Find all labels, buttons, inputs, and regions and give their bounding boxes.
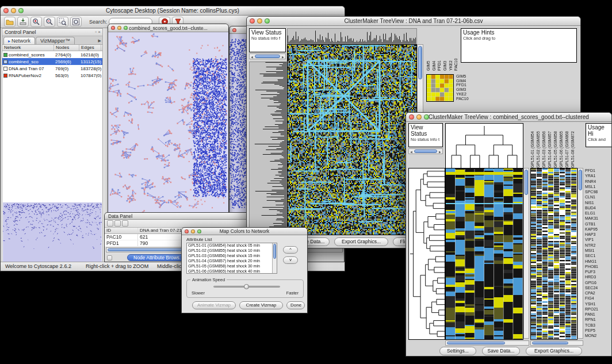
scrollbar-thumb[interactable]	[273, 244, 276, 259]
col-edges[interactable]: Edges	[79, 45, 101, 51]
gene-label[interactable]: GTB1	[585, 221, 610, 227]
export-graphics-button[interactable]: Export Graphics...	[526, 347, 582, 355]
zoom-out-button[interactable]	[44, 17, 55, 27]
attribute-select-icon[interactable]	[107, 220, 113, 227]
scroll-left-icon[interactable]: ◀	[409, 150, 414, 154]
col-id[interactable]: ID	[105, 228, 138, 233]
selection-hscrollbar[interactable]	[530, 340, 583, 346]
gene-label[interactable]: RPN1	[585, 317, 610, 322]
column-dendrogram-canvas[interactable]	[445, 123, 523, 169]
list-vscrollbar[interactable]	[272, 243, 277, 273]
heatmap-canvas[interactable]	[287, 44, 417, 235]
attribute-item[interactable]: GPL51-06 (GSM865) heat shock 40 min	[187, 269, 277, 274]
panel-float-icon[interactable]: ▫ ×	[95, 29, 101, 35]
minimize-icon[interactable]	[257, 18, 262, 24]
minimize-icon[interactable]	[117, 26, 121, 30]
col-network[interactable]: Network	[2, 45, 54, 51]
treeview-dna-titlebar[interactable]: ClusterMaker TreeView : DNA and Tran 07-…	[247, 17, 580, 26]
zoom-fit-button[interactable]	[70, 17, 82, 27]
save-data-button[interactable]: Save Data...	[482, 347, 520, 355]
scrollbar-thumb[interactable]	[447, 342, 505, 344]
scrollbar-thumb[interactable]	[418, 46, 422, 79]
col-nodes[interactable]: Nodes	[54, 45, 79, 51]
gene-label[interactable]: VIP1	[585, 237, 610, 242]
gene-label[interactable]: PHO81	[585, 264, 610, 269]
scrollbar-thumb[interactable]	[579, 170, 582, 190]
delete-attribute-icon[interactable]	[122, 220, 128, 227]
row-dendrogram-canvas[interactable]	[249, 62, 287, 235]
gene-label[interactable]: RNR4	[585, 179, 610, 184]
minimize-icon[interactable]	[416, 114, 422, 120]
gene-label[interactable]: SEC24	[585, 285, 610, 290]
heatmap-hscrollbar[interactable]	[445, 340, 529, 346]
zoom-in-button[interactable]	[30, 17, 42, 27]
speed-slider-thumb[interactable]	[244, 284, 249, 289]
close-icon[interactable]	[111, 26, 115, 30]
gene-label[interactable]: HAP3	[585, 232, 610, 237]
close-icon[interactable]	[409, 114, 414, 120]
attribute-item[interactable]: GPL51-01 (GSM854) heat shock 05 min	[187, 243, 277, 248]
gene-label[interactable]: GPI16	[585, 280, 610, 285]
gene-label[interactable]: YSH1	[585, 301, 610, 306]
scrollbar-thumb[interactable]	[532, 342, 568, 344]
gene-label[interactable]: HMG1	[585, 259, 610, 264]
create-vizmap-button[interactable]: Create Vizmap	[239, 301, 283, 309]
scrollbar-thumb[interactable]	[255, 55, 280, 58]
gene-label[interactable]: FIG4	[585, 296, 610, 301]
treeview-combined-titlebar[interactable]: ClusterMaker TreeView : combined_scores_…	[406, 113, 611, 122]
close-icon[interactable]	[3, 8, 9, 13]
tab-overflow-icon[interactable]: ▶	[98, 39, 101, 44]
scrollbar-thumb[interactable]	[414, 150, 437, 153]
tab-vizmapper[interactable]: VizMapper™	[36, 37, 75, 44]
node-attribute-browser-tab[interactable]: Node Attribute Brows...	[127, 254, 190, 261]
correlation-matrix-canvas[interactable]	[426, 74, 454, 102]
gene-label[interactable]: HRD3	[585, 274, 610, 279]
minimize-icon[interactable]	[191, 229, 195, 233]
network-row[interactable]: combined_scores 2764(0) 16218(0)	[2, 51, 102, 58]
gene-label[interactable]: RPO21	[585, 306, 610, 312]
gene-label[interactable]: KAP95	[585, 227, 610, 232]
heatmap-canvas[interactable]	[445, 168, 523, 340]
attribute-item[interactable]: GPL51-03 (GSM856) heat shock 15 min	[187, 254, 277, 259]
gene-label[interactable]: ELG1	[585, 210, 610, 216]
heatmap-vscrollbar[interactable]	[523, 168, 529, 339]
zoom-selected-button[interactable]	[57, 17, 68, 27]
gene-label[interactable]: CLN1	[585, 194, 610, 200]
dendro-hscrollbar[interactable]: ◀ ▶	[249, 53, 286, 59]
import-button[interactable]	[17, 17, 29, 27]
gene-label[interactable]: YRA1	[585, 173, 610, 178]
close-icon[interactable]	[250, 18, 255, 24]
network-view-titlebar[interactable]: combined_scores_good.txt--cluste...	[108, 24, 228, 32]
attribute-item[interactable]: GPL51-04 (GSM857) heat shock 20 min	[187, 259, 277, 264]
network-view-canvas[interactable]	[108, 32, 228, 217]
close-icon[interactable]	[185, 229, 189, 233]
gene-label[interactable]: PEP5	[585, 328, 610, 333]
attribute-item[interactable]: GPL51-05 (GSM858) heat shock 30 min	[187, 264, 277, 269]
network-row[interactable]: DNA and Tran 07 769(0) 183728(0)	[2, 65, 102, 72]
gene-label[interactable]: BUD4	[585, 205, 610, 210]
gene-label[interactable]: NIS1	[585, 200, 610, 205]
dendro-hscrollbar[interactable]: ◀ ▶	[408, 148, 443, 154]
gene-label[interactable]: MSI1	[585, 248, 610, 253]
scroll-right-icon[interactable]: ▶	[438, 150, 442, 154]
selection-vscrollbar[interactable]	[577, 168, 583, 339]
network-overview-thumbnail[interactable]	[3, 202, 102, 262]
attribute-listbox[interactable]: GPL51-01 (GSM854) heat shock 05 minGPL51…	[186, 243, 277, 274]
attribute-item[interactable]: GPL51-02 (GSM855) heat shock 10 min	[187, 248, 277, 254]
scroll-right-icon[interactable]: ▶	[281, 55, 285, 59]
scroll-left-icon[interactable]: ◀	[250, 55, 254, 59]
dialog-titlebar[interactable]: Map Colors to Network	[182, 228, 307, 235]
gene-label[interactable]: PUF3	[585, 269, 610, 274]
gene-label[interactable]: SEC1	[585, 253, 610, 258]
close-icon[interactable]	[232, 28, 236, 32]
panel-dock-icon[interactable]	[107, 255, 112, 260]
row-dendrogram-canvas[interactable]	[408, 168, 445, 340]
gene-label[interactable]: MON2	[585, 333, 610, 338]
move-down-button[interactable]: v	[283, 256, 298, 264]
tab-network[interactable]: ▸Network	[3, 37, 35, 44]
gene-label[interactable]: CPA2	[585, 290, 610, 296]
settings-button[interactable]: Settings...	[439, 347, 476, 355]
minimize-icon[interactable]	[11, 8, 16, 13]
gene-label[interactable]: MSL1	[585, 184, 610, 189]
column-dendrogram-canvas[interactable]	[287, 28, 417, 44]
